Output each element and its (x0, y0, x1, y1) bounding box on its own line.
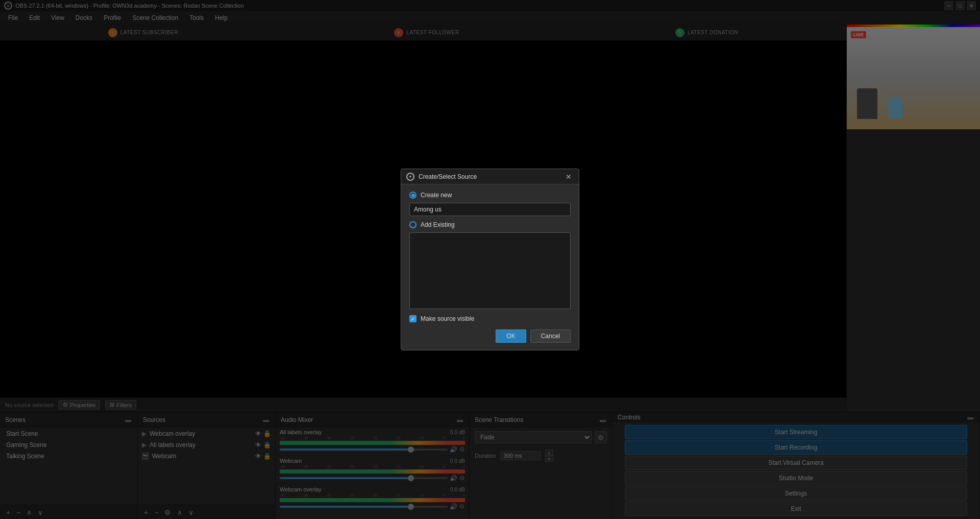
add-existing-radio[interactable] (409, 221, 416, 228)
create-new-label: Create new (421, 192, 452, 199)
make-visible-row: Make source visible (409, 315, 571, 322)
source-name-input[interactable] (409, 203, 571, 216)
make-visible-checkbox[interactable] (409, 315, 416, 322)
dialog-ok-btn[interactable]: OK (496, 329, 526, 343)
add-existing-label: Add Existing (421, 221, 455, 228)
dialog-overlay: ● Create/Select Source ✕ Create new Add … (0, 0, 980, 519)
dialog-title-left: ● Create/Select Source (406, 173, 477, 181)
existing-sources-list[interactable] (409, 232, 571, 309)
create-new-row: Create new (409, 192, 571, 199)
dialog-obs-icon: ● (406, 173, 414, 181)
add-existing-row: Add Existing (409, 221, 571, 228)
dialog-titlebar: ● Create/Select Source ✕ (401, 169, 579, 184)
make-visible-label: Make source visible (421, 315, 474, 322)
dialog-close-btn[interactable]: ✕ (564, 172, 574, 182)
dialog-cancel-btn[interactable]: Cancel (530, 329, 571, 343)
dialog-body: Create new Add Existing Make source visi… (401, 184, 579, 350)
dialog-footer: OK Cancel (409, 329, 571, 343)
dialog-title: Create/Select Source (419, 173, 477, 180)
create-new-radio[interactable] (409, 192, 416, 199)
create-select-source-dialog: ● Create/Select Source ✕ Create new Add … (401, 169, 579, 350)
